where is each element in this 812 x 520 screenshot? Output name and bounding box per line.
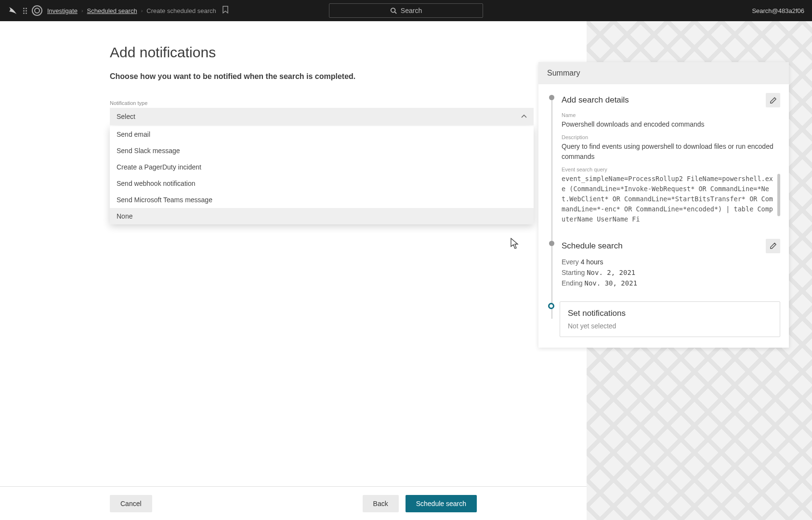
details-desc-value: Query to find events using powershell to… bbox=[562, 142, 780, 162]
schedule-end: Ending Nov. 30, 2021 bbox=[562, 279, 780, 287]
svg-point-0 bbox=[391, 8, 395, 13]
notify-card: Set notifications Not yet selected bbox=[560, 301, 780, 337]
topbar-left: Investigate › Scheduled search › Create … bbox=[8, 5, 229, 16]
notify-status: Not yet selected bbox=[568, 322, 772, 330]
breadcrumb: Investigate › Scheduled search › Create … bbox=[47, 6, 229, 15]
svg-line-1 bbox=[394, 12, 396, 14]
cancel-button[interactable]: Cancel bbox=[110, 495, 152, 512]
chevron-right-icon: › bbox=[81, 8, 83, 13]
details-desc-label: Description bbox=[562, 134, 780, 140]
account-label[interactable]: Search@483a2f06 bbox=[752, 7, 804, 14]
query-text: event_simpleName=ProcessRollup2 FileName… bbox=[562, 175, 773, 223]
notification-type-label: Notification type bbox=[110, 100, 567, 106]
dropdown-option-webhook[interactable]: Send webhook notification bbox=[110, 175, 534, 192]
schedule-every: Every 4 hours bbox=[562, 258, 780, 266]
drag-handle-icon[interactable] bbox=[23, 8, 27, 14]
details-query-label: Event search query bbox=[562, 167, 780, 172]
topbar: Investigate › Scheduled search › Create … bbox=[0, 0, 812, 21]
timeline-dot-icon bbox=[549, 95, 554, 100]
summary-timeline: Add search details Name Powershell downl… bbox=[547, 93, 780, 337]
dropdown-option-teams[interactable]: Send Microsoft Teams message bbox=[110, 192, 534, 208]
notification-type-dropdown: Send email Send Slack message Create a P… bbox=[110, 126, 534, 224]
schedule-end-value: Nov. 30, 2021 bbox=[584, 279, 637, 287]
edit-details-button[interactable] bbox=[766, 93, 780, 107]
pencil-icon bbox=[770, 97, 777, 104]
notification-type-value: Select bbox=[117, 113, 135, 120]
right-column: Summary Add search details Name Power bbox=[587, 21, 812, 486]
summary-step-details: Add search details Name Powershell downl… bbox=[562, 93, 780, 224]
schedule-every-value: 4 hours bbox=[581, 258, 603, 266]
global-search-input[interactable]: Search bbox=[329, 3, 483, 18]
footer-bar: Cancel Back Schedule search bbox=[0, 486, 587, 520]
page-subtitle: Choose how you want to be notified when … bbox=[110, 72, 567, 81]
main: Add notifications Choose how you want to… bbox=[0, 21, 812, 486]
dropdown-option-pagerduty[interactable]: Create a PagerDuty incident bbox=[110, 159, 534, 175]
breadcrumb-mid[interactable]: Scheduled search bbox=[87, 7, 137, 14]
schedule-start: Starting Nov. 2, 2021 bbox=[562, 269, 780, 276]
summary-header: Summary bbox=[538, 62, 789, 84]
summary-body: Add search details Name Powershell downl… bbox=[538, 84, 789, 348]
page-title: Add notifications bbox=[110, 44, 567, 61]
schedule-start-prefix: Starting bbox=[562, 269, 587, 276]
schedule-every-prefix: Every bbox=[562, 258, 581, 266]
summary-panel: Summary Add search details Name Power bbox=[538, 62, 789, 348]
timeline-dot-icon bbox=[549, 241, 554, 246]
global-search-placeholder: Search bbox=[401, 7, 422, 14]
details-query-value[interactable]: event_simpleName=ProcessRollup2 FileName… bbox=[562, 174, 780, 224]
chevron-right-icon: › bbox=[141, 8, 143, 13]
notification-type-select[interactable]: Select bbox=[110, 108, 534, 125]
falcon-logo-icon[interactable] bbox=[8, 5, 18, 16]
bookmark-icon[interactable] bbox=[222, 6, 229, 15]
details-name-value: Powershell downloads and encoded command… bbox=[562, 119, 780, 130]
timeline-dot-active-icon bbox=[548, 303, 554, 309]
edit-schedule-button[interactable] bbox=[766, 239, 780, 253]
step-notify-title: Set notifications bbox=[568, 309, 772, 318]
back-button[interactable]: Back bbox=[363, 495, 399, 512]
content-area: Add notifications Choose how you want to… bbox=[0, 21, 587, 486]
summary-step-schedule: Schedule search Every 4 hours Starting N… bbox=[562, 239, 780, 287]
step-schedule-title: Schedule search bbox=[562, 241, 623, 251]
chevron-up-icon bbox=[521, 113, 527, 120]
query-scrollbar[interactable] bbox=[777, 174, 780, 216]
schedule-start-value: Nov. 2, 2021 bbox=[587, 269, 635, 276]
pencil-icon bbox=[770, 242, 777, 249]
summary-step-notify: Set notifications Not yet selected bbox=[562, 301, 780, 337]
breadcrumb-root[interactable]: Investigate bbox=[47, 7, 78, 14]
dropdown-option-none[interactable]: None bbox=[110, 208, 534, 224]
schedule-search-button[interactable]: Schedule search bbox=[406, 495, 477, 512]
details-name-label: Name bbox=[562, 112, 780, 118]
cursor-icon bbox=[511, 238, 519, 249]
global-search-wrap: Search bbox=[329, 3, 483, 18]
search-icon bbox=[390, 7, 397, 14]
dropdown-option-send-email[interactable]: Send email bbox=[110, 126, 534, 143]
target-icon[interactable] bbox=[32, 5, 42, 16]
dropdown-option-send-slack[interactable]: Send Slack message bbox=[110, 143, 534, 159]
step-details-title: Add search details bbox=[562, 95, 629, 105]
schedule-end-prefix: Ending bbox=[562, 279, 584, 287]
breadcrumb-current: Create scheduled search bbox=[146, 7, 216, 14]
